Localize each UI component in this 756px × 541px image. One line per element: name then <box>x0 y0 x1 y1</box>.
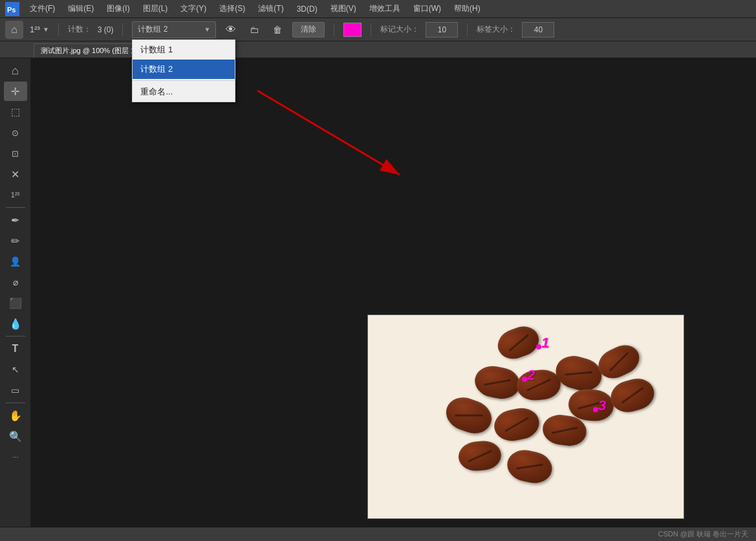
coffee-bean-3 <box>515 368 562 402</box>
dropdown-arrow-icon: ▼ <box>204 26 211 33</box>
count-dot-3 <box>593 407 598 412</box>
canvas-area[interactable]: 1 2 3 <box>31 58 756 527</box>
count-marker-2: 2 <box>522 377 527 382</box>
menu-item-view[interactable]: 视图(V) <box>325 1 362 17</box>
count-preset-indicator: 1²³ ▼ <box>30 25 49 34</box>
dropdown-current-value: 计数组 2 <box>138 24 167 35</box>
count-number-2: 2 <box>527 367 535 384</box>
count-marker-1: 1 <box>536 344 541 349</box>
text-tool-button[interactable]: T <box>4 339 27 359</box>
separator2 <box>122 23 123 36</box>
eraser-tool-button[interactable]: ⬛ <box>4 293 27 313</box>
svg-line-3 <box>257 91 400 175</box>
marker-size-label: 标记大小： <box>380 24 419 35</box>
toolbar-separator3 <box>6 403 25 403</box>
svg-text:Ps: Ps <box>7 6 16 14</box>
count-marker-3: 3 <box>593 407 598 412</box>
label-size-label: 标签大小： <box>477 24 515 35</box>
healing-tool-button[interactable]: ⌀ <box>4 272 27 292</box>
tab-bar: 测试图片.jpg @ 100% (图层 1, RGB/8#) * × <box>0 41 756 58</box>
folder-icon: 🗀 <box>250 25 259 35</box>
crop-tool-button[interactable]: ✕ <box>4 164 27 184</box>
clear-button[interactable]: 清除 <box>292 22 325 38</box>
shape-tool-button[interactable]: ▭ <box>4 381 27 400</box>
path-select-tool-button[interactable]: ↖ <box>4 360 27 379</box>
folder-button[interactable]: 🗀 <box>246 21 263 38</box>
coffee-bean-9 <box>491 405 541 443</box>
menu-item-select[interactable]: 选择(S) <box>214 1 250 17</box>
count-label: 计数： <box>68 24 91 35</box>
stamp-tool-button[interactable]: 👤 <box>4 252 27 271</box>
status-text: CSDN @跟 耿瑞 卷出一片天 <box>658 529 748 539</box>
toolbar-separator2 <box>6 336 25 337</box>
count-dot-2 <box>522 377 527 382</box>
menu-item-filter[interactable]: 滤镜(T) <box>253 1 288 17</box>
marquee-tool-button[interactable]: ⬚ <box>4 102 27 122</box>
count-tool-button[interactable]: 1²³ <box>4 185 27 204</box>
zoom-tool-button[interactable]: 🔍 <box>4 426 27 446</box>
move-tool-button[interactable]: ✛ <box>4 82 27 101</box>
coffee-bean-11 <box>457 439 502 472</box>
pencil-tool-button[interactable]: ✏ <box>4 231 27 250</box>
menu-item-layer[interactable]: 图层(L) <box>138 1 173 17</box>
dropdown-item-group2[interactable]: 计数组 2 <box>133 60 235 79</box>
count-number-3: 3 <box>598 397 606 414</box>
count-number-1: 1 <box>541 335 549 351</box>
separator1 <box>58 23 59 36</box>
menu-item-type[interactable]: 文字(Y) <box>175 1 211 17</box>
eye-icon: 👁 <box>226 24 236 36</box>
hand-tool-button[interactable]: ✋ <box>4 406 27 425</box>
marker-size-input[interactable] <box>426 22 458 38</box>
menu-divider <box>133 80 235 81</box>
coffee-bean-1 <box>493 322 543 364</box>
image-canvas: 1 2 3 <box>367 315 684 519</box>
brush-tool-button[interactable]: ✒ <box>4 210 27 230</box>
toolbar: ⌂ ✛ ⬚ ⊙ ⊡ ✕ 1²³ ✒ ✏ 👤 ⌀ ⬛ 💧 T ↖ ▭ ✋ 🔍 ⋯ <box>0 58 31 527</box>
dropdown-item-group1[interactable]: 计数组 1 <box>133 40 235 60</box>
menu-item-3d[interactable]: 3D(D) <box>292 2 323 16</box>
coffee-bean-2 <box>472 363 522 401</box>
coffee-bean-8 <box>442 392 497 439</box>
menu-item-image[interactable]: 图像(I) <box>102 1 135 17</box>
fill-tool-button[interactable]: 💧 <box>4 314 27 333</box>
separator5 <box>467 23 468 36</box>
count-group-dropdown-container: 计数组 2 ▼ 计数组 1 计数组 2 重命名... <box>132 21 216 38</box>
menu-bar: Ps 文件(F) 编辑(E) 图像(I) 图层(L) 文字(Y) 选择(S) 滤… <box>0 0 756 18</box>
home-tool-button[interactable]: ⌂ <box>4 61 27 80</box>
dropdown-item-rename[interactable]: 重命名... <box>133 82 235 102</box>
menu-item-file[interactable]: 文件(F) <box>25 1 60 17</box>
separator3 <box>334 23 334 36</box>
more-tools-button[interactable]: ⋯ <box>4 447 27 467</box>
ps-logo: Ps <box>5 2 19 16</box>
options-bar: ⌂ 1²³ ▼ 计数： 3 (0) 计数组 2 ▼ 计数组 1 计数组 2 重命… <box>0 18 756 41</box>
main-area: ⌂ ✛ ⬚ ⊙ ⊡ ✕ 1²³ ✒ ✏ 👤 ⌀ ⬛ 💧 T ↖ ▭ ✋ 🔍 ⋯ <box>0 58 756 527</box>
menu-item-plugins[interactable]: 增效工具 <box>364 1 405 17</box>
separator4 <box>371 23 371 36</box>
delete-button[interactable]: 🗑 <box>269 21 286 38</box>
coffee-bean-12 <box>504 447 555 487</box>
count-group-dropdown[interactable]: 计数组 2 ▼ <box>132 21 216 38</box>
visibility-toggle-button[interactable]: 👁 <box>222 21 239 38</box>
count-value: 3 (0) <box>98 25 114 34</box>
toolbar-separator1 <box>6 207 25 208</box>
menu-item-window[interactable]: 窗口(W) <box>408 1 446 17</box>
menu-item-edit[interactable]: 编辑(E) <box>63 1 99 17</box>
color-swatch[interactable] <box>343 23 362 37</box>
chevron-down-icon: ▼ <box>43 26 49 33</box>
count-preset-label: 1²³ <box>30 25 40 34</box>
home-button[interactable]: ⌂ <box>5 21 23 39</box>
status-bar: CSDN @跟 耿瑞 卷出一片天 <box>0 527 756 541</box>
menu-item-help[interactable]: 帮助(H) <box>449 1 486 17</box>
annotation-arrow <box>180 84 419 214</box>
count-dot-1 <box>536 344 541 349</box>
label-size-input[interactable] <box>522 22 554 38</box>
lasso-tool-button[interactable]: ⊙ <box>4 123 27 142</box>
coffee-bean-7 <box>607 375 658 416</box>
coffee-bean-4 <box>552 352 605 395</box>
trash-icon: 🗑 <box>273 25 282 35</box>
magic-wand-tool-button[interactable]: ⊡ <box>4 144 27 163</box>
count-group-menu: 计数组 1 计数组 2 重命名... <box>132 39 235 102</box>
